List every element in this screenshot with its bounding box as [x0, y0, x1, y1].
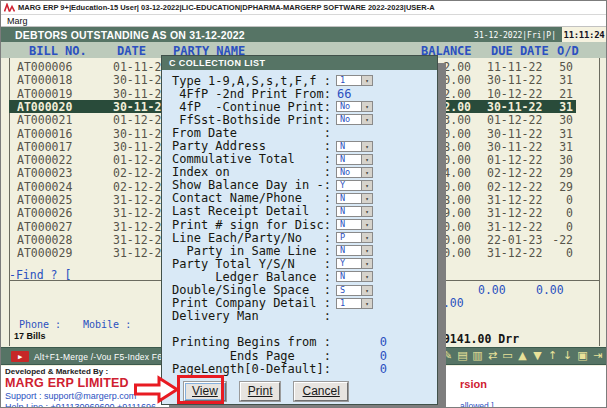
od-cell: 50 — [533, 60, 573, 74]
4fp-continue-print-select[interactable]: No▾ — [336, 101, 373, 112]
bill-no-cell: AT000029 — [17, 246, 72, 260]
od-cell: 29 — [533, 166, 573, 180]
od-cell: 0 — [533, 246, 573, 260]
exit-icon[interactable]: ⇥ — [592, 349, 603, 362]
select-value: N — [337, 194, 361, 203]
select-value: N — [337, 142, 361, 151]
bill-no-cell: AT000025 — [17, 193, 72, 207]
party-in-same-line-select[interactable]: N▾ — [336, 245, 373, 256]
bill-no-cell: AT000016 — [17, 127, 72, 141]
allowed-text-fragment: allowed ] — [460, 401, 494, 408]
dialog-row-label: 4FfP -2nd Print From: — [172, 87, 331, 101]
4ffp-2nd-print-from-value[interactable]: 66 — [337, 87, 351, 101]
bill-no-cell: AT000022 — [17, 153, 72, 167]
dialog-row-label: Party Address : — [172, 139, 331, 153]
dialog-row-label: Index on : — [172, 165, 331, 179]
dialog-row: Ledger Balance :N▾ — [162, 270, 437, 283]
dialog-row-label: Commulative Total : — [172, 152, 331, 166]
commulative-total-select[interactable]: N▾ — [336, 154, 373, 165]
column-header: BILL NO. — [29, 44, 87, 58]
ends-page-value[interactable]: 0 — [331, 349, 387, 363]
page-title: DEBTORS OUTSTANDING AS ON 31-12-2022 — [15, 29, 245, 41]
bill-no-cell: AT000026 — [17, 206, 72, 220]
chevron-down-icon[interactable]: ▾ — [361, 246, 372, 255]
od-cell: -22 — [533, 233, 573, 247]
pagelength-0-default-value[interactable]: 0 — [331, 362, 387, 376]
type-1-9-a-s-s-t-f-f-select[interactable]: 1▾ — [336, 75, 373, 86]
play-icon[interactable]: ▶ — [11, 351, 29, 362]
toolbar-icons: ✎▤▥⇄▭▲▼↑↓▣⇥ — [442, 349, 603, 362]
line-each-party-no-select[interactable]: P▾ — [336, 232, 373, 243]
find-prompt[interactable]: -Find ? [ — [9, 268, 71, 282]
chevron-down-icon[interactable]: ▾ — [361, 259, 372, 268]
chevron-down-icon[interactable]: ▾ — [361, 286, 372, 295]
app-window: MARG ERP 9+|Education-15 User| 03-12-202… — [0, 0, 607, 408]
total-b: 0.00 — [536, 283, 564, 297]
clock: 11:11:24 — [562, 27, 606, 42]
chevron-down-icon[interactable]: ▾ — [361, 115, 372, 124]
chevron-down-icon[interactable]: ▾ — [361, 233, 372, 242]
phone-label: Phone : — [19, 319, 61, 330]
double-single-space-select[interactable]: S▾ — [336, 285, 373, 296]
select-value: Y — [337, 259, 361, 268]
chevron-down-icon[interactable]: ▾ — [361, 168, 372, 177]
chevron-down-icon[interactable]: ▾ — [361, 194, 372, 203]
select-value: N — [337, 220, 361, 229]
dialog-row-label: PageLength[0-Default]: — [172, 362, 331, 376]
print-button[interactable]: Print — [240, 382, 281, 401]
index-on-select[interactable]: No▾ — [336, 167, 373, 178]
chevron-down-icon[interactable]: ▾ — [361, 142, 372, 151]
chevron-down-icon[interactable]: ▾ — [361, 102, 372, 111]
chevron-down-icon[interactable]: ▾ — [361, 299, 372, 308]
bill-no-cell: AT000024 — [17, 180, 72, 194]
filter-top-icon[interactable]: ▲ — [517, 349, 528, 362]
select-value: N — [337, 246, 361, 255]
print-icon[interactable]: ▣ — [577, 349, 588, 362]
dialog-row: Party in Same Line :N▾ — [162, 244, 437, 257]
cancel-button[interactable]: Cancel — [294, 382, 347, 401]
contact-name-phone-select[interactable]: N▾ — [336, 193, 373, 204]
titlebar: MARG ERP 9+|Education-15 User| 03-12-202… — [1, 1, 606, 15]
titlebar-title: MARG ERP 9+|Education-15 User| 03-12-202… — [18, 3, 435, 12]
dialog-row-label: Party Total Y/S/N : — [172, 257, 331, 271]
support-email[interactable]: Support : support@margerp.com — [5, 391, 136, 401]
dialog-row: Party Address :N▾ — [162, 139, 437, 152]
chevron-down-icon[interactable]: ▾ — [361, 76, 372, 85]
show-balance-day-in-select[interactable]: Y▾ — [336, 180, 373, 191]
chevron-down-icon[interactable]: ▾ — [361, 181, 372, 190]
menu-item-marg[interactable]: Marg — [7, 16, 28, 26]
scroll-down-icon[interactable]: ↓ — [562, 349, 573, 362]
dialog-row: Double/Single Space :S▾ — [162, 284, 437, 297]
register-icon[interactable]: ▥ — [472, 349, 483, 362]
arrow-annotation-icon — [134, 375, 180, 404]
dialog-row: Contact Name/Phone :N▾ — [162, 192, 437, 205]
last-receipt-detail-select[interactable]: N▾ — [336, 206, 373, 217]
party-total-y-s-n-select[interactable]: Y▾ — [336, 258, 373, 269]
dialog-shadow-right — [438, 63, 446, 405]
print-company-detail-select[interactable]: 1▾ — [336, 298, 373, 309]
chat-icon[interactable]: ▭ — [502, 349, 513, 362]
dialog-row: 4FfP -2nd Print From:66 — [162, 87, 437, 100]
ffsst-bothside-print-select[interactable]: No▾ — [336, 114, 373, 125]
chevron-down-icon[interactable]: ▾ — [361, 272, 372, 281]
filter-bottom-icon[interactable]: ▼ — [532, 349, 543, 362]
scroll-up-icon[interactable]: ↑ — [547, 349, 558, 362]
ledger-icon[interactable]: ▤ — [457, 349, 468, 362]
dialog-row-label: 4fP -Continue Print: — [172, 100, 331, 114]
printing-begins-from-value[interactable]: 0 — [331, 335, 387, 349]
version-text-fragment: rsion — [460, 378, 487, 390]
dialog-title: C COLLECTION LIST — [162, 56, 437, 70]
chevron-down-icon[interactable]: ▾ — [361, 207, 372, 216]
dialog-row: 4fP -Continue Print:No▾ — [162, 100, 437, 113]
dialog-row-label: Ends Page : — [172, 349, 331, 363]
transfer-icon[interactable]: ⇄ — [487, 349, 498, 362]
chevron-down-icon[interactable]: ▾ — [361, 220, 372, 229]
od-cell: 29 — [533, 180, 573, 194]
print-sign-for-disc-select[interactable]: N▾ — [336, 219, 373, 230]
chevron-down-icon[interactable]: ▾ — [361, 155, 372, 164]
dialog-row: Printing Begins from :0 — [162, 336, 437, 349]
ledger-balance-select[interactable]: N▾ — [336, 271, 373, 282]
marg-logo-icon — [4, 3, 15, 12]
party-address-select[interactable]: N▾ — [336, 141, 373, 152]
od-cell: 31 — [533, 100, 573, 114]
